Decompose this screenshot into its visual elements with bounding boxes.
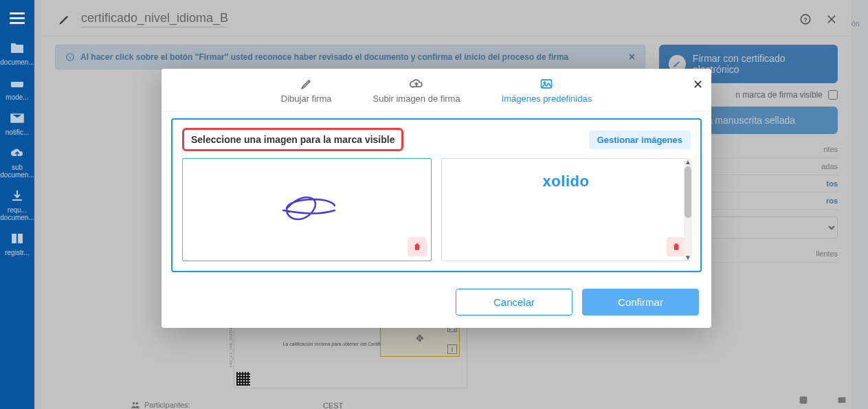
sidebar: documen... mode... notific... sub docume… <box>0 0 34 409</box>
card-icon <box>10 76 25 91</box>
signature-image-modal: Dibujar firma Subir imagen de firma Imág… <box>162 69 711 328</box>
folder-icon <box>10 41 25 56</box>
sidebar-item-notifications[interactable]: notific... <box>1 111 34 136</box>
modal-close-button[interactable]: ✕ <box>693 77 703 92</box>
cloud-upload-icon <box>10 146 25 161</box>
sidebar-label: requ... documen... <box>0 206 34 221</box>
tab-predefined[interactable]: Imágenes predefinidas <box>502 77 592 104</box>
sidebar-item-documents[interactable]: documen... <box>1 41 34 66</box>
cancel-button[interactable]: Cancelar <box>456 289 572 316</box>
image-icon <box>539 77 553 91</box>
tab-draw[interactable]: Dibujar firma <box>281 77 332 104</box>
trash-icon <box>412 242 422 252</box>
cloud-upload-icon <box>410 77 423 91</box>
manage-images-link[interactable]: Gestionar imágenes <box>589 131 691 149</box>
tab-upload[interactable]: Subir imagen de firma <box>372 77 460 104</box>
sidebar-label: registr... <box>5 249 30 256</box>
tab-draw-label: Dibujar firma <box>281 93 332 104</box>
sidebar-item-records[interactable]: registr... <box>1 231 34 256</box>
sidebar-label: documen... <box>0 58 34 66</box>
logo-text: xolido <box>543 173 590 190</box>
confirm-button[interactable]: Confirmar <box>582 289 699 316</box>
image-card-signature[interactable] <box>182 158 432 261</box>
image-card-logo[interactable]: xolido <box>441 158 691 261</box>
cards-scrollbar[interactable]: ▲ ▼ <box>684 158 692 261</box>
menu-toggle[interactable] <box>10 10 25 27</box>
delete-card-button[interactable] <box>408 237 427 256</box>
sidebar-item-request-docs[interactable]: requ... documen... <box>1 188 34 221</box>
scroll-up[interactable]: ▲ <box>684 158 692 166</box>
download-icon <box>10 188 25 203</box>
sidebar-item-upload-docs[interactable]: sub documen... <box>1 146 34 179</box>
svg-rect-1 <box>11 79 23 82</box>
tab-upload-label: Subir imagen de firma <box>372 93 460 104</box>
book-icon <box>10 231 25 246</box>
scroll-down[interactable]: ▼ <box>684 254 692 261</box>
tab-predefined-label: Imágenes predefinidas <box>502 93 592 104</box>
sidebar-label: notific... <box>5 129 29 136</box>
modal-body: Seleccione una imagen para la marca visi… <box>171 118 702 272</box>
sidebar-item-templates[interactable]: mode... <box>1 76 34 101</box>
modal-tabs: Dibujar firma Subir imagen de firma Imág… <box>162 69 711 111</box>
sidebar-label: mode... <box>5 93 28 101</box>
trash-icon <box>671 242 681 252</box>
modal-footer: Cancelar Confirmar <box>162 282 711 328</box>
svg-point-10 <box>544 82 546 84</box>
cards-container: xolido ▲ ▼ <box>182 158 691 261</box>
pencil-icon <box>300 77 313 91</box>
signature-scribble <box>266 188 348 232</box>
delete-card-button[interactable] <box>667 237 686 256</box>
envelope-icon <box>10 111 25 126</box>
sidebar-label: sub documen... <box>0 164 34 179</box>
scroll-thumb[interactable] <box>685 166 691 218</box>
select-image-prompt: Seleccione una imagen para la marca visi… <box>182 128 403 151</box>
